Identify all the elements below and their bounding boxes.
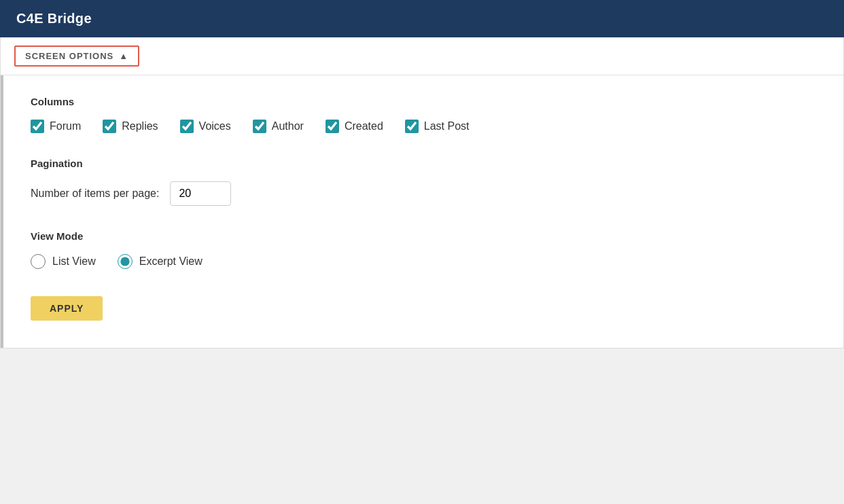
radio-excerpt-view-label: Excerpt View bbox=[139, 255, 203, 268]
screen-options-panel: Columns Forum Replies Voices bbox=[3, 75, 497, 348]
apply-button-label: APPLY bbox=[50, 303, 84, 314]
checkboxes-row: Forum Replies Voices Author bbox=[31, 120, 470, 133]
columns-label: Columns bbox=[31, 96, 470, 107]
checkbox-created-label: Created bbox=[345, 120, 383, 132]
radio-excerpt-view-input[interactable] bbox=[118, 254, 133, 269]
checkbox-last-post-input[interactable] bbox=[405, 120, 419, 133]
checkbox-author-input[interactable] bbox=[253, 120, 266, 133]
checkbox-forum-label: Forum bbox=[50, 120, 81, 132]
content-wrapper: Columns Forum Replies Voices bbox=[1, 75, 843, 348]
radio-list-view-input[interactable] bbox=[31, 254, 46, 269]
apply-button[interactable]: APPLY bbox=[31, 296, 103, 321]
checkbox-voices[interactable]: Voices bbox=[180, 120, 231, 133]
checkbox-author[interactable]: Author bbox=[253, 120, 304, 133]
items-per-page-input[interactable] bbox=[170, 181, 231, 206]
items-per-page-label: Number of items per page: bbox=[31, 187, 159, 200]
checkbox-last-post-label: Last Post bbox=[424, 120, 470, 132]
radio-excerpt-view[interactable]: Excerpt View bbox=[118, 254, 203, 269]
columns-section: Columns Forum Replies Voices bbox=[31, 96, 470, 133]
app-title: C4E Bridge bbox=[16, 11, 92, 26]
radio-list-view[interactable]: List View bbox=[31, 254, 96, 269]
checkbox-forum[interactable]: Forum bbox=[31, 120, 81, 133]
checkbox-created-input[interactable] bbox=[326, 120, 339, 133]
checkbox-voices-label: Voices bbox=[199, 120, 231, 132]
view-mode-section: View Mode List View Excerpt View bbox=[31, 230, 470, 269]
app-header: C4E Bridge bbox=[0, 0, 844, 37]
checkbox-forum-input[interactable] bbox=[31, 120, 44, 133]
screen-options-bar: SCREEN OPTIONS ▲ bbox=[1, 37, 843, 75]
screen-options-arrow: ▲ bbox=[119, 51, 128, 61]
checkbox-author-label: Author bbox=[272, 120, 304, 132]
main-content: SCREEN OPTIONS ▲ Columns Forum Replies bbox=[0, 37, 844, 348]
checkbox-replies-label: Replies bbox=[122, 120, 158, 132]
pagination-label: Pagination bbox=[31, 158, 470, 169]
checkbox-replies[interactable]: Replies bbox=[103, 120, 158, 133]
view-mode-label: View Mode bbox=[31, 230, 470, 242]
checkbox-created[interactable]: Created bbox=[326, 120, 383, 133]
radio-row: List View Excerpt View bbox=[31, 254, 470, 269]
screen-options-label: SCREEN OPTIONS bbox=[25, 51, 113, 61]
checkbox-voices-input[interactable] bbox=[180, 120, 194, 133]
screen-options-button[interactable]: SCREEN OPTIONS ▲ bbox=[14, 46, 139, 67]
pagination-row: Number of items per page: bbox=[31, 181, 470, 206]
pagination-section: Pagination Number of items per page: bbox=[31, 158, 470, 206]
radio-list-view-label: List View bbox=[52, 255, 96, 268]
checkbox-replies-input[interactable] bbox=[103, 120, 116, 133]
checkbox-last-post[interactable]: Last Post bbox=[405, 120, 470, 133]
